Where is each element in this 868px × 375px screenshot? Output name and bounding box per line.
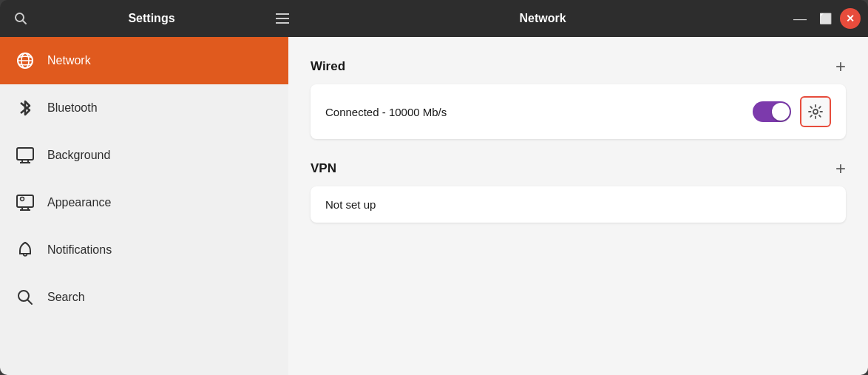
wired-connection-row: Connected - 10000 Mb/s <box>311 84 846 139</box>
search-button[interactable] <box>7 5 34 32</box>
network-panel: Wired + Connected - 10000 Mb/s <box>288 37 868 375</box>
svg-rect-12 <box>17 195 33 207</box>
sidebar-item-notifications[interactable]: Notifications <box>0 226 288 274</box>
appearance-icon <box>15 192 35 213</box>
wired-section-header: Wired + <box>311 58 846 75</box>
svg-line-19 <box>27 300 32 304</box>
bluetooth-icon <box>15 98 35 118</box>
wired-card: Connected - 10000 Mb/s <box>311 84 846 139</box>
sidebar-item-appearance[interactable]: Appearance <box>0 179 288 226</box>
sidebar-item-appearance-label: Appearance <box>47 196 111 209</box>
app-window: Settings Network — ⬜ ✕ <box>0 0 868 375</box>
vpn-section-title: VPN <box>311 161 336 176</box>
add-wired-button[interactable]: + <box>835 58 846 75</box>
titlebar: Settings Network — ⬜ ✕ <box>0 0 868 37</box>
minimize-button[interactable]: — <box>790 8 810 29</box>
window-title: Network <box>296 12 790 25</box>
sidebar-item-network-label: Network <box>47 54 91 67</box>
wired-section-title: Wired <box>311 59 345 74</box>
background-icon <box>15 145 35 166</box>
svg-point-13 <box>21 197 24 201</box>
sidebar: Network Bluetooth <box>0 37 288 375</box>
maximize-button[interactable]: ⬜ <box>815 8 835 29</box>
app-title: Settings <box>40 12 263 25</box>
wired-toggle-wrap <box>753 96 831 127</box>
main-content: Network Bluetooth <box>0 37 868 375</box>
sidebar-item-background[interactable]: Background <box>0 132 288 179</box>
svg-rect-8 <box>17 148 33 160</box>
notifications-icon <box>15 240 35 260</box>
add-vpn-button[interactable]: + <box>835 160 846 178</box>
vpn-card: Not set up <box>311 186 846 223</box>
sidebar-item-network[interactable]: Network <box>0 37 288 84</box>
search-sidebar-icon <box>15 287 35 308</box>
sidebar-item-search-label: Search <box>47 291 85 304</box>
sidebar-item-background-label: Background <box>47 149 110 162</box>
svg-line-1 <box>23 21 27 24</box>
close-button[interactable]: ✕ <box>840 8 861 29</box>
network-icon <box>15 50 35 71</box>
sidebar-item-search[interactable]: Search <box>0 274 288 321</box>
wired-settings-button[interactable] <box>800 96 831 127</box>
hamburger-button[interactable] <box>269 5 296 32</box>
svg-point-20 <box>813 109 818 114</box>
vpn-section-header: VPN + <box>311 160 846 178</box>
wired-connection-label: Connected - 10000 Mb/s <box>325 106 753 118</box>
sidebar-item-notifications-label: Notifications <box>47 243 112 257</box>
vpn-empty-label: Not set up <box>311 186 846 223</box>
toggle-knob <box>772 103 790 121</box>
sidebar-item-bluetooth-label: Bluetooth <box>47 101 98 115</box>
titlebar-left: Settings <box>7 5 296 32</box>
window-controls: — ⬜ ✕ <box>790 8 861 29</box>
wired-toggle[interactable] <box>753 101 791 122</box>
sidebar-item-bluetooth[interactable]: Bluetooth <box>0 84 288 132</box>
